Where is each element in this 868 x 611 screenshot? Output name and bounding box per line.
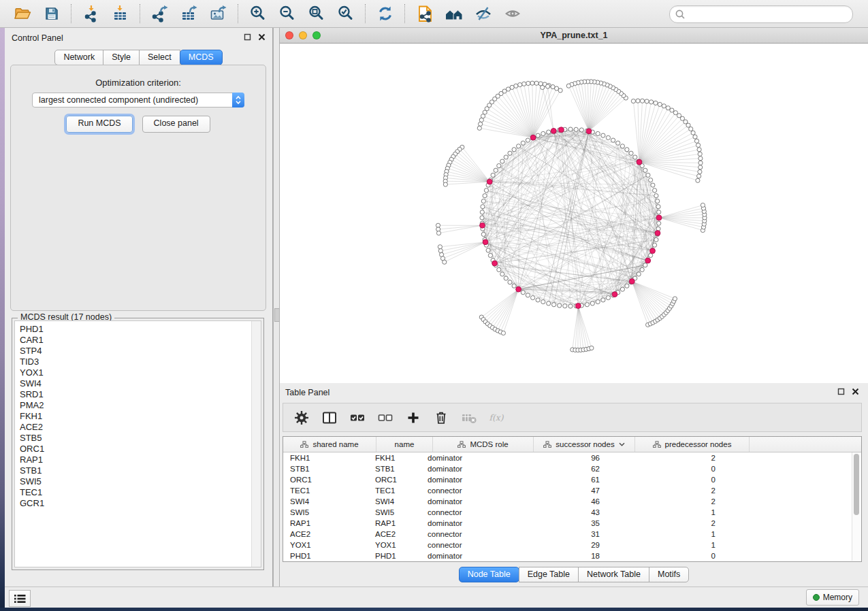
float-table-panel-icon[interactable] (837, 388, 845, 395)
table-cell: 31 (515, 530, 608, 538)
mcds-result-item[interactable]: STB5 (15, 433, 251, 444)
tab-node-table[interactable]: Node Table (459, 567, 519, 582)
table-cell: 35 (515, 519, 608, 527)
zoom-fit-content-button[interactable] (302, 2, 331, 25)
table-scrollbar[interactable] (852, 452, 861, 561)
table-cell: connector (421, 508, 515, 516)
mcds-result-item[interactable]: ACE2 (15, 422, 251, 433)
close-panel-button[interactable]: Close panel (142, 116, 210, 133)
mcds-list-scrollbar[interactable] (251, 321, 261, 567)
float-panel-icon[interactable] (244, 33, 251, 41)
table-panel: Table Panel f(x) shared namenameMCDS rol… (280, 383, 868, 587)
mcds-result-item[interactable]: TID3 (15, 357, 251, 367)
column-type-icon (457, 441, 466, 448)
table-cell: ORC1 (370, 476, 421, 484)
tab-mcds[interactable]: MCDS (180, 50, 223, 65)
export-image-button[interactable] (204, 2, 233, 25)
column-header-MCDS-role[interactable]: MCDS role (433, 437, 534, 452)
open-session-button[interactable] (7, 2, 37, 25)
mcds-result-item[interactable]: SRD1 (15, 389, 251, 400)
export-network-button[interactable] (145, 2, 174, 25)
zoom-in-button[interactable] (243, 2, 272, 25)
save-session-button[interactable] (37, 2, 66, 25)
column-settings-gear-button[interactable] (293, 409, 310, 427)
table-row[interactable]: ORC1ORC1dominator610 (283, 474, 861, 485)
mcds-result-list: PHD1CAR1STP4TID3YOX1SWI4SRD1PMA2FKH1ACE2… (14, 320, 261, 567)
select-all-checkboxes-button[interactable] (349, 409, 366, 427)
mcds-result-item[interactable]: STP4 (15, 346, 251, 357)
table-cell: 0 (608, 552, 719, 560)
network-home-button[interactable] (439, 2, 468, 25)
table-row[interactable]: SWI5SWI5connector431 (283, 507, 861, 518)
mcds-result-item[interactable]: YOX1 (15, 367, 251, 378)
close-panel-icon[interactable] (258, 33, 266, 41)
table-row[interactable]: PHD1PHD1dominator180 (283, 550, 861, 561)
add-column-button[interactable] (404, 409, 422, 427)
tab-network[interactable]: Network (54, 50, 103, 65)
import-network-button[interactable] (76, 2, 106, 25)
show-graphics-details-button[interactable] (498, 2, 527, 25)
run-mcds-button[interactable]: Run MCDS (66, 116, 132, 133)
mcds-result-item[interactable]: RAP1 (15, 455, 251, 465)
mcds-result-item[interactable]: PMA2 (15, 400, 251, 411)
memory-label: Memory (823, 593, 852, 602)
show-columns-button[interactable] (321, 409, 338, 427)
vertical-splitter[interactable] (273, 28, 280, 587)
mcds-result-item[interactable]: SWI4 (15, 378, 251, 389)
tab-style[interactable]: Style (103, 50, 140, 65)
search-input[interactable] (688, 7, 852, 21)
table-row[interactable]: FKH1FKH1dominator962 (283, 452, 861, 463)
tab-motifs[interactable]: Motifs (649, 567, 689, 582)
column-header-name[interactable]: name (376, 437, 433, 452)
delete-table-button (460, 409, 478, 427)
deselect-all-checkboxes-button[interactable] (376, 409, 394, 427)
table-cell: STB1 (370, 465, 421, 473)
desktop-wallpaper-left (0, 28, 5, 611)
column-header-shared-name[interactable]: shared name (283, 437, 376, 452)
table-row[interactable]: RAP1RAP1dominator352 (283, 518, 861, 529)
apply-preferred-layout-button[interactable] (370, 2, 400, 25)
control-panel-title: Control Panel (12, 33, 63, 43)
new-network-from-selection-button[interactable] (410, 2, 439, 25)
tab-select[interactable]: Select (139, 50, 180, 65)
table-scrollbar-thumb[interactable] (854, 454, 859, 515)
table-cell: ACE2 (370, 530, 421, 538)
tab-network-table[interactable]: Network Table (578, 567, 649, 582)
mcds-result-item[interactable]: TEC1 (15, 487, 251, 498)
table-cell: FKH1 (283, 454, 370, 462)
table-row[interactable]: YOX1YOX1connector291 (283, 540, 861, 550)
mcds-result-item[interactable]: SWI5 (15, 476, 251, 487)
mcds-result-item[interactable]: PHD1 (15, 324, 251, 335)
mcds-result-item[interactable]: CAR1 (15, 335, 251, 346)
table-row[interactable]: SWI4SWI4dominator462 (283, 496, 861, 507)
zoom-out-button[interactable] (272, 2, 302, 25)
zoom-selected-button[interactable] (331, 2, 360, 25)
delete-columns-button[interactable] (432, 409, 450, 427)
node-table: shared namenameMCDS rolesuccessor nodesp… (283, 436, 862, 562)
mcds-panel: Optimization criterion: largest connecte… (10, 65, 266, 311)
export-table-button[interactable] (174, 2, 204, 25)
import-table-button[interactable] (106, 2, 135, 25)
mcds-result-item[interactable]: STB1 (15, 465, 251, 476)
hide-graphics-details-button[interactable] (468, 2, 498, 25)
optimization-criterion-select[interactable]: largest connected component (undirected) (32, 93, 244, 108)
table-cell: 96 (515, 454, 608, 462)
task-history-button[interactable] (9, 590, 31, 607)
mcds-result-item[interactable]: FKH1 (15, 411, 251, 422)
mcds-result-item[interactable]: ORC1 (15, 444, 251, 455)
close-table-panel-icon[interactable] (852, 388, 859, 395)
table-toolbar: f(x) (283, 403, 862, 432)
splitter-grip[interactable] (274, 308, 280, 322)
memory-button[interactable]: Memory (806, 589, 859, 606)
network-canvas[interactable] (280, 44, 868, 383)
column-header-filler (750, 437, 861, 452)
table-row[interactable]: TEC1TEC1connector472 (283, 485, 861, 496)
table-row[interactable]: STB1STB1dominator620 (283, 463, 861, 474)
column-header-predecessor-nodes[interactable]: predecessor nodes (635, 437, 750, 452)
mcds-result-item[interactable]: GCR1 (15, 498, 251, 509)
column-header-successor-nodes[interactable]: successor nodes (534, 437, 635, 452)
tab-edge-table[interactable]: Edge Table (519, 567, 579, 582)
table-row[interactable]: ACE2ACE2connector311 (283, 529, 861, 540)
table-cell: dominator (421, 454, 515, 462)
table-cell: dominator (421, 552, 515, 560)
